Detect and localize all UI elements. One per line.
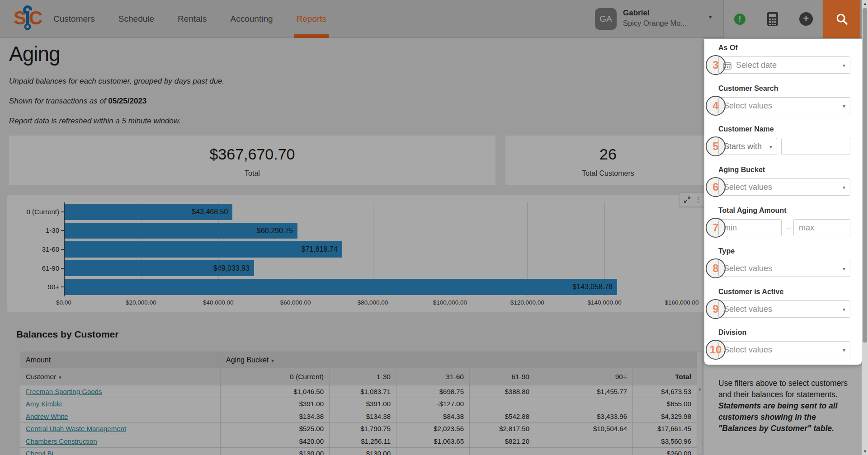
filter-label-total-aging-amount: Total Aging Amount [718,206,850,216]
operator-select-customer-name[interactable]: Starts with▾ [718,138,777,155]
annotation-circle-4: 4 [706,96,726,116]
select-customer-search[interactable]: Select values▾ [718,97,850,114]
window-scrollbar[interactable]: ▲ ▼ [862,0,868,455]
select-customer-is-active[interactable]: Select values▾ [718,300,850,318]
max-placeholder: max [799,223,814,233]
filter-label-as-of: As Of [718,44,850,53]
select-division[interactable]: Select values▾ [718,341,850,358]
scrollbar-thumb[interactable] [863,8,867,342]
min-placeholder: min [724,223,737,233]
filter-label-customer-search: Customer Search [718,84,850,94]
range-dash: – [786,223,791,232]
annotation-circle-9: 9 [706,299,726,319]
select-type[interactable]: Select values▾ [718,260,850,277]
date-placeholder: Select date [736,61,777,70]
filter-control-total-aging-amount: 7min–max [718,219,850,236]
filter-control-division: 10Select values▾ [718,341,850,358]
filter-control-as-of: 3Select date▾ [718,56,850,74]
annotation-circle-5: 5 [706,136,726,156]
operator-value: Starts with [724,142,762,151]
search-icon [835,13,848,25]
select-aging-bucket[interactable]: Select values▾ [718,178,850,196]
annotation-circle-10: 10 [706,340,726,360]
scroll-up-icon[interactable]: ▲ [863,1,867,6]
date-picker-as-of[interactable]: Select date▾ [718,56,850,74]
filter-control-customer-search: 4Select values▾ [718,97,850,114]
select-placeholder: Select values [724,183,772,192]
min-input-total-aging-amount[interactable]: min [718,219,782,236]
filter-label-customer-name: Customer Name [718,125,850,134]
annotation-circle-3: 3 [706,55,726,75]
chevron-down-icon: ▾ [843,347,845,353]
annotation-circle-8: 8 [706,258,726,278]
select-placeholder: Select values [724,305,772,314]
select-placeholder: Select values [724,345,772,355]
filter-label-type: Type [718,247,850,256]
filter-label-division: Division [718,328,850,338]
filter-control-type: 8Select values▾ [718,260,850,277]
filter-control-customer-name: 5Starts with▾ [718,138,850,155]
max-input-total-aging-amount[interactable]: max [793,219,850,236]
chevron-down-icon: ▾ [769,144,772,150]
chevron-down-icon: ▾ [843,62,845,69]
search-filter-panel: As Of3Select date▾Customer Search4Select… [704,39,862,365]
search-button[interactable] [823,0,860,38]
chevron-down-icon: ▾ [843,306,845,313]
app-root: S C CustomersScheduleRentalsAccountingRe… [0,0,868,455]
annotation-circle-7: 7 [706,218,726,238]
text-input-customer-name[interactable] [781,138,850,155]
chevron-down-icon: ▾ [843,184,845,191]
filter-control-aging-bucket: 6Select values▾ [718,178,850,196]
scroll-down-icon[interactable]: ▼ [863,449,867,454]
filter-label-customer-is-active: Customer is Active [718,288,850,297]
select-placeholder: Select values [724,101,772,111]
filter-control-customer-is-active: 9Select values▾ [718,300,850,318]
annotation-circle-6: 6 [706,177,726,197]
chevron-down-icon: ▾ [843,266,845,272]
select-placeholder: Select values [724,264,772,273]
filter-label-aging-bucket: Aging Bucket [718,166,850,175]
chevron-down-icon: ▾ [843,103,845,109]
